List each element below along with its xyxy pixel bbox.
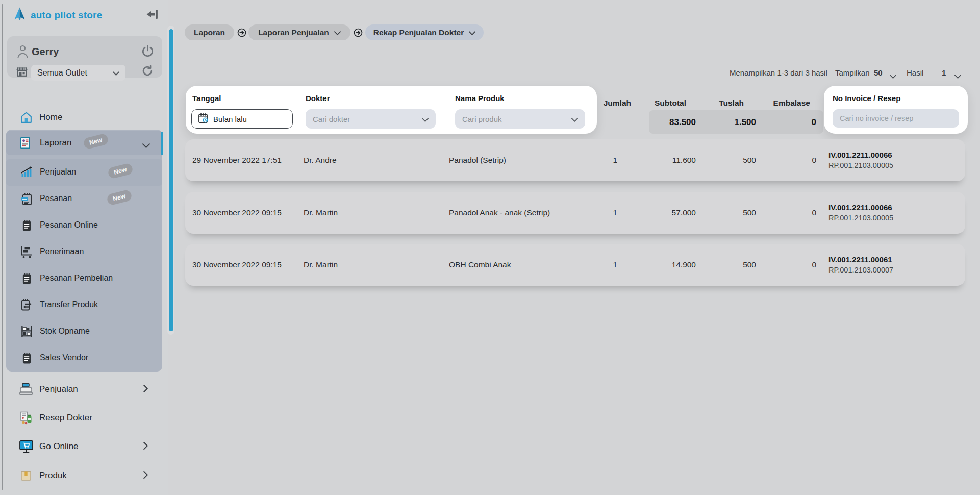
filter-card-right: No Invoice / Resep <box>824 86 968 134</box>
content-scrollbar-thumb[interactable] <box>169 29 173 331</box>
logo-text: auto pilot store <box>31 10 102 21</box>
sidebar-item-label: Go Online <box>39 441 79 452</box>
chevron-down-icon[interactable] <box>890 71 896 81</box>
cell-invoice: IV.001.2211.00066 RP.001.2103.00005 <box>816 150 965 170</box>
dokter-label: Dokter <box>306 94 330 103</box>
col-header-embalase: Embalase <box>773 98 810 108</box>
sidebar-item-penjualan[interactable]: Penjualan <box>0 378 162 401</box>
page-size-select[interactable]: 50 <box>874 68 883 77</box>
chevron-down-icon[interactable] <box>954 71 961 81</box>
sidebar-subitem-penjualan[interactable]: Penjualan New <box>6 159 162 186</box>
cell-date: 30 November 2022 09:15 <box>185 260 304 269</box>
product-filter-select[interactable]: Cari produk <box>455 109 585 129</box>
collapse-sidebar-icon[interactable] <box>145 8 160 22</box>
cell-product: Panadol Anak - anak (Setrip) <box>449 208 561 217</box>
chevron-right-icon <box>143 385 148 394</box>
date-filter-input[interactable]: Bulan lalu <box>191 109 293 129</box>
invoice-search-input[interactable] <box>833 109 959 128</box>
sidebar-item-label: Penjualan <box>39 384 78 394</box>
sidebar-item-label: Produk <box>39 471 67 481</box>
sidebar-item-produk[interactable]: Produk <box>0 464 162 487</box>
breadcrumb-laporan[interactable]: Laporan <box>185 24 234 40</box>
resep-number: RP.001.2103.00005 <box>828 214 893 222</box>
tanggal-label: Tanggal <box>192 94 221 103</box>
cell-doctor: Dr. Martin <box>304 208 449 217</box>
date-filter-value: Bulan lalu <box>213 115 247 123</box>
table-row[interactable]: 30 November 2022 09:15 Dr. Martin Panado… <box>185 192 965 234</box>
sidebar-subitem-sales-vendor[interactable]: Sales Vendor <box>6 345 162 372</box>
sidebar-subitem-penerimaan[interactable]: Penerimaan <box>6 239 162 265</box>
shelf-icon <box>19 325 34 338</box>
new-badge: New <box>106 189 133 206</box>
cell-product: Panadol (Setrip) <box>449 156 561 165</box>
chevron-down-icon <box>113 68 119 78</box>
outlet-select[interactable]: Semua Outlet <box>31 65 125 81</box>
breadcrumb-rekap-penjualan-dokter[interactable]: Rekap Penjualan Dokter <box>365 24 484 40</box>
user-avatar-icon <box>16 44 29 61</box>
prescription-icon <box>18 411 34 425</box>
resep-number: RP.001.2103.00005 <box>828 161 893 169</box>
table-row[interactable]: 29 November 2022 17:51 Dr. Andre Panadol… <box>185 139 965 181</box>
calendar-clock-icon <box>198 113 209 125</box>
sidebar-scrollbar-thumb[interactable] <box>161 132 163 155</box>
sidebar-subitem-pesanan-pembelian[interactable]: Pesanan Pembelian <box>6 265 162 292</box>
sidebar-subitem-label: Sales Vendor <box>40 353 88 362</box>
logo: auto pilot store <box>12 7 102 23</box>
refresh-icon[interactable] <box>141 64 154 80</box>
filter-card-left: Tanggal Bulan lalu Dokter Cari dokter Na… <box>186 86 597 134</box>
invoice-number: IV.001.2211.00066 <box>828 151 892 159</box>
paper-plane-icon <box>12 7 27 23</box>
sidebar-item-laporan[interactable]: Laporan New <box>6 131 162 155</box>
monitor-cart-icon <box>18 440 34 454</box>
sidebar-item-resep-dokter[interactable]: Resep Dokter <box>0 406 162 430</box>
sidebar-subitem-pesanan-online[interactable]: Pesanan Online <box>6 212 162 239</box>
breadcrumb-laporan-penjualan[interactable]: Laporan Penjualan <box>248 24 350 40</box>
sidebar: auto pilot store Gerry Semua Outlet <box>0 0 168 495</box>
sidebar-subitem-transfer-produk[interactable]: Transfer Produk <box>6 292 162 318</box>
cell-tuslah: 500 <box>697 156 757 165</box>
sidebar-item-label: Home <box>39 112 62 122</box>
home-icon <box>18 111 34 125</box>
sidebar-subitem-label: Penerimaan <box>40 247 84 256</box>
sidebar-subitem-stok-opname[interactable]: Stok Opname <box>6 318 162 345</box>
chevron-right-icon <box>143 442 148 452</box>
page-select[interactable]: 1 <box>942 68 946 77</box>
cash-register-icon <box>18 383 34 396</box>
cell-doctor: Dr. Martin <box>304 260 449 269</box>
sidebar-subitem-pesanan[interactable]: Pesanan New <box>6 186 162 212</box>
outlet-select-value: Semua Outlet <box>37 68 87 78</box>
total-tuslah: 1.500 <box>734 117 756 128</box>
cell-invoice: IV.001.2211.00061 RP.001.2103.00007 <box>816 255 965 275</box>
notepad-icon <box>19 219 34 232</box>
sidebar-item-label: Resep Dokter <box>39 413 92 423</box>
invoice-number: IV.001.2211.00061 <box>828 255 892 264</box>
resep-number: RP.001.2103.00007 <box>828 266 893 274</box>
sales-chart-icon <box>19 166 34 178</box>
cell-date: 29 November 2022 17:51 <box>185 156 304 165</box>
sidebar-subitem-label: Pesanan Online <box>40 220 98 230</box>
user-name: Gerry <box>32 46 59 58</box>
chevron-down-icon <box>142 141 150 150</box>
cell-embalase: 0 <box>757 208 816 217</box>
order-notepad-icon <box>19 192 34 206</box>
logout-power-icon[interactable] <box>141 44 155 60</box>
report-icon <box>19 136 31 152</box>
cell-embalase: 0 <box>757 156 816 165</box>
app-root: auto pilot store Gerry Semua Outlet <box>0 0 980 495</box>
doctor-filter-placeholder: Cari dokter <box>313 115 350 123</box>
table-row[interactable]: 30 November 2022 09:15 Dr. Martin OBH Co… <box>185 244 965 286</box>
col-header-tuslah: Tuslah <box>719 98 744 108</box>
arrow-right-circle-icon <box>354 28 363 39</box>
transfer-icon <box>19 299 34 312</box>
sidebar-subitem-label: Penjualan <box>40 167 76 177</box>
chevron-down-icon <box>469 28 475 37</box>
sidebar-item-home[interactable]: Home <box>0 106 162 129</box>
arrow-right-circle-icon <box>237 28 246 39</box>
sidebar-item-go-online[interactable]: Go Online <box>0 435 162 458</box>
breadcrumb-label: Laporan Penjualan <box>258 28 329 37</box>
chevron-down-icon <box>422 115 429 123</box>
product-filter-placeholder: Cari produk <box>462 115 502 123</box>
hand-truck-icon <box>19 245 34 259</box>
doctor-filter-select[interactable]: Cari dokter <box>306 109 436 129</box>
chevron-down-icon <box>334 28 341 37</box>
